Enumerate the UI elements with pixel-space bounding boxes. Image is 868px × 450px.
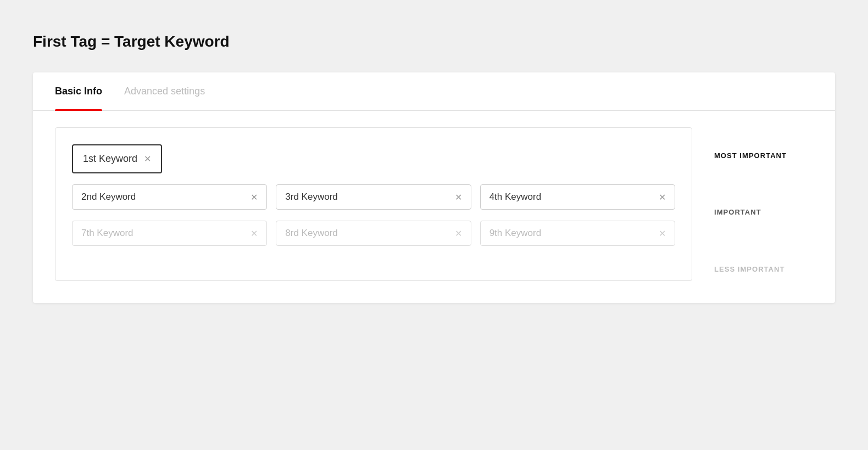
tab-basic-info[interactable]: Basic Info [55, 72, 102, 110]
keyword-tag-tertiary-0[interactable]: 7th Keyword ✕ [72, 221, 267, 246]
keyword-tag-secondary-1[interactable]: 3rd Keyword ✕ [276, 184, 471, 210]
close-icon-secondary-1[interactable]: ✕ [455, 192, 462, 203]
importance-labels: MOST IMPORTANT IMPORTANT LESS IMPORTANT [714, 127, 813, 281]
main-card: Basic Info Advanced settings 1st Keyword… [33, 72, 835, 303]
keyword-label-secondary-0: 2nd Keyword [81, 192, 136, 203]
label-important: IMPORTANT [714, 208, 813, 216]
keyword-tag-primary[interactable]: 1st Keyword ✕ [72, 144, 162, 173]
keyword-row-tertiary: 7th Keyword ✕ 8rd Keyword ✕ 9th Keyword … [72, 221, 675, 246]
tab-bar: Basic Info Advanced settings [33, 72, 835, 111]
close-icon-secondary-0[interactable]: ✕ [251, 192, 258, 203]
page-wrapper: First Tag = Target Keyword Basic Info Ad… [33, 33, 835, 303]
keyword-row-secondary: 2nd Keyword ✕ 3rd Keyword ✕ 4th Keyword … [72, 184, 675, 210]
keyword-label-secondary-1: 3rd Keyword [285, 192, 337, 203]
keywords-area: 1st Keyword ✕ 2nd Keyword ✕ 3rd Keyword … [55, 127, 692, 281]
keyword-label-secondary-2: 4th Keyword [489, 192, 542, 203]
tab-advanced-settings[interactable]: Advanced settings [124, 72, 205, 110]
keyword-tag-tertiary-2[interactable]: 9th Keyword ✕ [480, 221, 675, 246]
close-icon-primary[interactable]: ✕ [144, 154, 151, 164]
label-most-important: MOST IMPORTANT [714, 151, 813, 160]
card-body: 1st Keyword ✕ 2nd Keyword ✕ 3rd Keyword … [33, 111, 835, 303]
keyword-tag-secondary-2[interactable]: 4th Keyword ✕ [480, 184, 675, 210]
keyword-tag-secondary-0[interactable]: 2nd Keyword ✕ [72, 184, 267, 210]
keyword-label-tertiary-2: 9th Keyword [489, 228, 542, 239]
keyword-label-primary: 1st Keyword [83, 153, 137, 165]
keyword-label-tertiary-0: 7th Keyword [81, 228, 133, 239]
keyword-label-tertiary-1: 8rd Keyword [285, 228, 337, 239]
close-icon-tertiary-2[interactable]: ✕ [659, 228, 666, 239]
keyword-row-primary: 1st Keyword ✕ [72, 144, 675, 173]
label-less-important: LESS IMPORTANT [714, 265, 813, 273]
close-icon-tertiary-0[interactable]: ✕ [251, 228, 258, 239]
close-icon-secondary-2[interactable]: ✕ [659, 192, 666, 203]
close-icon-tertiary-1[interactable]: ✕ [455, 228, 462, 239]
keyword-tag-tertiary-1[interactable]: 8rd Keyword ✕ [276, 221, 471, 246]
page-title: First Tag = Target Keyword [33, 33, 835, 50]
